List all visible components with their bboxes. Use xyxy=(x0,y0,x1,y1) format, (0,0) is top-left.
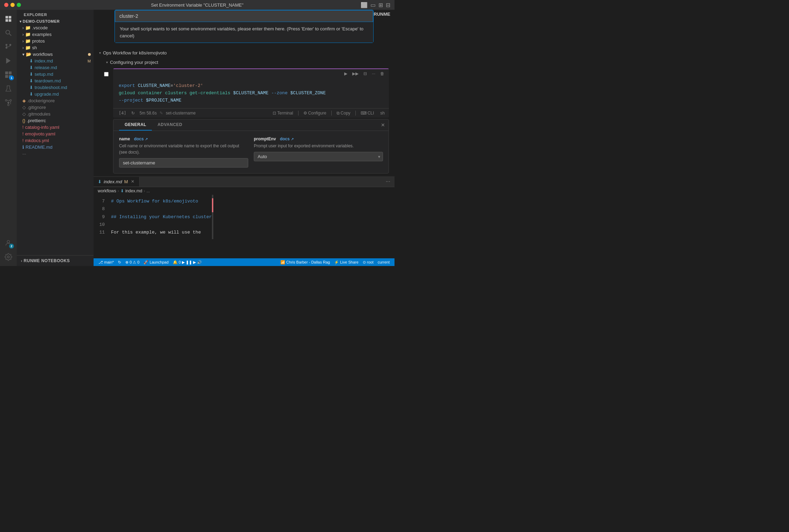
tree-item-upgrade-md[interactable]: ⬇ upgrade.md xyxy=(17,91,94,97)
field-name-input[interactable] xyxy=(119,158,248,168)
tree-item-workflows[interactable]: ▾ 📂 workflows xyxy=(17,51,94,58)
runme-label: RUNME xyxy=(374,12,390,17)
section-header-1[interactable]: ▾ Ops Workflow for k8s/emojivoto xyxy=(99,48,389,58)
layout-split-icon[interactable]: ⊞ xyxy=(378,2,383,8)
tree-item-index-md[interactable]: ⬇ index.md M xyxy=(17,58,94,64)
more-cell-button[interactable]: ··· xyxy=(370,71,377,77)
svg-point-9 xyxy=(10,99,12,101)
activity-search[interactable] xyxy=(2,27,15,39)
exclaim-icon: ! xyxy=(22,125,24,130)
status-launchpad[interactable]: 🚀 Launchpad xyxy=(141,258,170,266)
status-current[interactable]: current xyxy=(376,260,392,264)
tree-item-protos[interactable]: › 📁 protos xyxy=(17,38,94,44)
run-below-button[interactable]: ▶▶ xyxy=(351,71,360,77)
tree-item-prettierrc[interactable]: {} .prettierrc xyxy=(17,117,94,124)
tab-menu-button[interactable]: ··· xyxy=(382,176,394,187)
delete-cell-button[interactable]: 🗑 xyxy=(378,71,386,77)
tree-item-dockerignore[interactable]: ◈ .dockerignore xyxy=(17,97,94,104)
layout-panel-icon[interactable]: ▭ xyxy=(370,2,376,8)
status-user[interactable]: 📶 Chris Barber - Dallas Rag xyxy=(278,260,332,265)
env-variable-input[interactable] xyxy=(115,10,373,22)
layout-sidebar-icon[interactable]: ⬜ xyxy=(361,2,368,8)
layout-grid-icon[interactable]: ⊟ xyxy=(386,2,390,8)
status-root[interactable]: ⊙ root xyxy=(361,260,376,265)
svg-line-1 xyxy=(9,34,12,36)
docs-link-promptenv[interactable]: docs ↗ xyxy=(280,136,294,141)
tree-item-catalog-yaml[interactable]: ! catalog-info.yaml xyxy=(17,124,94,131)
docs-link-name[interactable]: docs ↗ xyxy=(134,136,148,141)
breadcrumb-more[interactable]: ... xyxy=(146,189,150,193)
maximize-button[interactable] xyxy=(17,3,21,7)
minimize-button[interactable] xyxy=(10,3,15,7)
copy-button[interactable]: ⧉ Copy xyxy=(334,110,353,116)
traffic-lights xyxy=(4,3,21,7)
tab-filename: index.md xyxy=(104,179,122,184)
tree-item-gitmodules[interactable]: ◇ .gitmodules xyxy=(17,111,94,117)
editor-line-11: For this example, we will use the xyxy=(111,229,212,236)
split-cell-button[interactable]: ⊟ xyxy=(362,71,369,77)
chevron-right-icon: › xyxy=(22,39,24,44)
tree-item-emojivoto-yaml[interactable]: ! emojivoto.yaml xyxy=(17,131,94,137)
terminal-button[interactable]: ⊡ Terminal xyxy=(271,110,295,116)
tab-general[interactable]: GENERAL xyxy=(119,119,152,131)
tab-advanced[interactable]: ADVANCED xyxy=(152,119,188,131)
tree-item-gitignore[interactable]: ◇ .gitignore xyxy=(17,104,94,111)
status-sync[interactable]: ↻ xyxy=(116,258,123,266)
tree-label: emojivoto.yaml xyxy=(25,131,56,136)
exclaim-icon: ! xyxy=(22,131,24,136)
tree-label: examples xyxy=(32,32,52,37)
diamond-icon: ◈ xyxy=(22,98,26,103)
status-notifications[interactable]: 🔔 0 ▶ ❚❚ ▶ 🔊 xyxy=(171,258,204,266)
tree-item-more[interactable]: ··· xyxy=(17,150,94,157)
scrollbar[interactable] xyxy=(212,195,213,239)
activity-settings[interactable] xyxy=(2,251,15,263)
activity-account[interactable]: 2 xyxy=(2,237,15,249)
folder-open-icon: 📂 xyxy=(26,52,31,57)
tree-item-release-md[interactable]: ⬇ release.md xyxy=(17,64,94,71)
activity-flask[interactable] xyxy=(2,82,15,95)
editor-tabs: ⬇ index.md M ✕ ··· xyxy=(94,176,394,187)
section-header-2[interactable]: ▾ Configuring your project xyxy=(99,58,389,67)
activity-git[interactable] xyxy=(2,96,15,109)
tree-item-examples[interactable]: › 📁 examples xyxy=(17,31,94,38)
tree-item-setup-md[interactable]: ⬇ setup.md xyxy=(17,71,94,77)
close-button[interactable] xyxy=(4,3,8,7)
tree-item-vscode[interactable]: › 📁 .vscode xyxy=(17,24,94,31)
ln-8: 8 xyxy=(94,205,105,213)
user-label: Chris Barber - Dallas Rag xyxy=(286,260,330,264)
info-icon: ℹ xyxy=(22,145,24,150)
refresh-button[interactable]: ↻ xyxy=(129,110,137,116)
cell-controls-top: ▶ ▶▶ ⊟ ··· 🗑 xyxy=(113,69,389,78)
tree-item-mkdocs-yml[interactable]: ! mkdocs.yml xyxy=(17,137,94,144)
tab-index-md[interactable]: ⬇ index.md M ✕ xyxy=(94,177,140,186)
cli-button[interactable]: ⌨ CLI xyxy=(359,110,376,116)
tree-item-troubleshoot-md[interactable]: ⬇ troubleshoot.md xyxy=(17,84,94,91)
gear-icon: ⚙ xyxy=(303,111,307,116)
file-md-icon: ⬇ xyxy=(29,78,33,83)
status-branch[interactable]: ⎇ main* xyxy=(96,258,116,266)
tree-item-sh[interactable]: › 📁 sh xyxy=(17,44,94,51)
sidebar-project-header[interactable]: ▾ DEMO-CUSTOMER xyxy=(17,18,94,24)
sh-label: sh xyxy=(380,111,385,116)
runme-notebooks-section[interactable]: › RUNME NOTEBOOKS xyxy=(17,257,94,265)
run-cell-button[interactable]: ▶ xyxy=(342,71,349,77)
activity-extensions[interactable]: 1 xyxy=(2,68,15,81)
configure-button[interactable]: ⚙ Configure xyxy=(301,110,329,116)
modified-indicator xyxy=(88,53,91,56)
status-liveshare[interactable]: ⚡ Live Share xyxy=(332,260,361,265)
tab-close-button[interactable]: ✕ xyxy=(130,179,135,184)
editor-content: 7 8 9 10 11 # Ops Workflow for k8s/emoji… xyxy=(94,195,394,239)
cell-checkbox[interactable] xyxy=(104,72,109,76)
status-errors[interactable]: ⊗ 0 ⚠ 0 xyxy=(123,258,141,266)
activity-run[interactable] xyxy=(2,54,15,67)
activity-scm[interactable] xyxy=(2,40,15,53)
external-link-icon: ↗ xyxy=(291,137,294,141)
promptenv-select[interactable]: Auto Yes No xyxy=(254,152,383,161)
tree-item-teardown-md[interactable]: ⬇ teardown.md xyxy=(17,77,94,84)
breadcrumb-index-md[interactable]: index.md xyxy=(125,189,142,193)
config-close-button[interactable]: ✕ xyxy=(381,122,385,128)
breadcrumb-workflows[interactable]: workflows xyxy=(98,189,116,193)
file-md-icon: ⬇ xyxy=(29,91,33,97)
tree-item-readme[interactable]: ℹ README.md xyxy=(17,144,94,150)
activity-explorer[interactable] xyxy=(2,13,15,25)
